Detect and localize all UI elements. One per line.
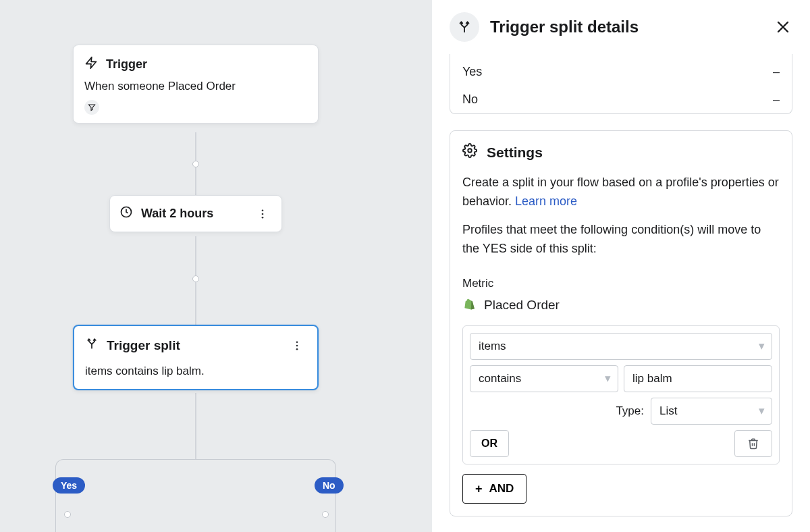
chevron-down-icon: ▾ — [759, 402, 765, 420]
stats-yes-label: Yes — [462, 65, 482, 79]
stats-no-label: No — [462, 92, 478, 107]
trigger-split-node[interactable]: Trigger split items contains lip balm. — [73, 325, 319, 390]
connector-dot — [192, 275, 199, 282]
condition-intro: Profiles that meet the following conditi… — [462, 221, 780, 259]
wait-node-menu[interactable] — [253, 208, 272, 220]
trigger-node[interactable]: Trigger When someone Placed Order — [73, 45, 319, 124]
svg-point-10 — [296, 348, 298, 350]
svg-point-5 — [262, 209, 264, 211]
branch-yes-pill[interactable]: Yes — [53, 477, 85, 494]
stats-no-value: – — [773, 92, 780, 107]
type-select[interactable]: List ▾ — [651, 398, 772, 425]
value-input[interactable]: lip balm — [624, 365, 772, 392]
and-button[interactable]: + AND — [462, 474, 526, 504]
condition-group: items ▾ contains ▾ lip balm Type: — [462, 325, 780, 464]
close-button[interactable] — [774, 18, 792, 36]
shopify-icon — [462, 298, 477, 313]
settings-description: Create a split in your flow based on a p… — [462, 174, 780, 211]
stats-row-no: No – — [450, 86, 792, 113]
connector-dot — [192, 161, 199, 167]
stats-yes-value: – — [773, 65, 780, 79]
or-button[interactable]: OR — [470, 430, 509, 457]
chevron-down-icon: ▾ — [605, 370, 611, 388]
branch-no-pill[interactable]: No — [315, 477, 344, 494]
plus-icon: + — [475, 482, 483, 496]
settings-heading: Settings — [487, 144, 543, 161]
wait-title: Wait 2 hours — [141, 207, 213, 221]
clock-icon — [119, 205, 133, 222]
wait-node[interactable]: Wait 2 hours — [109, 195, 282, 232]
svg-marker-3 — [86, 57, 97, 69]
panel-title: Trigger split details — [490, 18, 763, 36]
settings-section: Settings Create a split in your flow bas… — [450, 130, 792, 516]
stats-row-yes: Yes – — [450, 58, 792, 86]
field-select[interactable]: items ▾ — [470, 333, 772, 360]
trigger-title: Trigger — [106, 57, 147, 72]
svg-point-13 — [468, 149, 472, 153]
svg-point-7 — [262, 216, 264, 218]
stats-section: Yes – No – — [450, 54, 792, 114]
details-panel: Trigger split details Yes – No – Settin — [432, 0, 810, 532]
branch-container — [55, 459, 336, 532]
learn-more-link[interactable]: Learn more — [515, 194, 577, 208]
split-node-menu[interactable] — [288, 340, 306, 352]
metric-value-row: Placed Order — [462, 295, 780, 315]
metric-value: Placed Order — [484, 295, 560, 315]
chevron-down-icon: ▾ — [759, 338, 765, 355]
metric-label: Metric — [462, 275, 780, 292]
svg-point-6 — [262, 213, 264, 215]
flow-canvas[interactable]: Trigger When someone Placed Order Wait 2… — [0, 0, 432, 532]
panel-header: Trigger split details — [432, 0, 810, 54]
split-icon — [85, 337, 99, 354]
filter-icon[interactable] — [84, 100, 99, 115]
split-title: Trigger split — [107, 338, 180, 353]
lightning-icon — [84, 56, 98, 73]
gear-icon — [462, 143, 477, 161]
delete-condition-button[interactable] — [734, 430, 772, 457]
operator-select[interactable]: contains ▾ — [470, 365, 618, 392]
trigger-description: When someone Placed Order — [84, 80, 307, 93]
svg-point-9 — [296, 344, 298, 346]
svg-point-8 — [296, 341, 298, 343]
type-label: Type: — [616, 402, 644, 420]
split-description: items contains lip balm. — [85, 365, 306, 378]
split-icon — [450, 12, 479, 42]
